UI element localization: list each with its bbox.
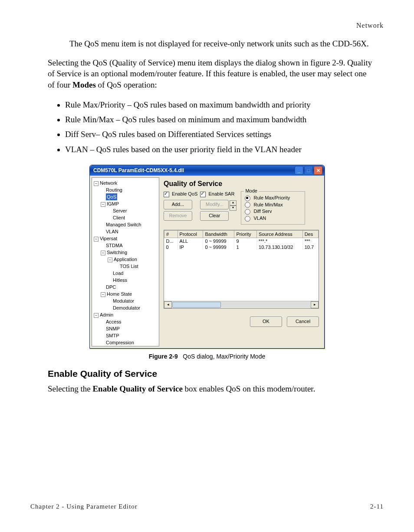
col-num[interactable]: # bbox=[164, 230, 178, 238]
cell: 1 bbox=[234, 244, 257, 250]
add-button[interactable]: Add... bbox=[164, 200, 192, 209]
enable-text-c: box enables QoS on this modem/router. bbox=[183, 384, 315, 393]
tree-item[interactable]: −Network bbox=[93, 180, 158, 186]
tree-item-label: Switching bbox=[107, 250, 127, 255]
tree-item[interactable]: −Home State bbox=[93, 290, 158, 297]
rules-table[interactable]: # Protocol Bandwidth Priority Source Add… bbox=[164, 230, 319, 250]
tree-item[interactable]: Client bbox=[93, 214, 158, 221]
enable-sar-checkbox[interactable] bbox=[200, 192, 206, 197]
figure-caption-text: QoS dialog, Max/Priority Mode bbox=[183, 353, 265, 360]
expand-icon[interactable]: − bbox=[94, 237, 99, 242]
dialog-titlebar[interactable]: CDM570L ParamEdit-CDM5XX-5.4.dll _ □ ✕ bbox=[90, 165, 324, 176]
expand-icon[interactable]: − bbox=[94, 313, 99, 318]
bullet-item: Rule Max/Priority – QoS rules based on m… bbox=[65, 98, 384, 111]
tree-item-label: Network bbox=[100, 180, 117, 186]
mode-label: Rule Max/Priority bbox=[253, 195, 290, 200]
ok-button[interactable]: OK bbox=[250, 317, 282, 327]
cell: 0 ~ 99999 bbox=[203, 244, 234, 250]
priority-spinner[interactable]: ▴ ▾ bbox=[230, 200, 237, 211]
rules-table-wrap: # Protocol Bandwidth Priority Source Add… bbox=[164, 230, 319, 309]
enable-qos-checkbox[interactable] bbox=[164, 192, 169, 197]
tree-item[interactable]: −Application bbox=[93, 256, 158, 263]
intro-modes-bold: Modes bbox=[72, 80, 96, 89]
tree-item[interactable]: Server bbox=[93, 207, 158, 214]
tree-item[interactable]: Hitless bbox=[93, 277, 158, 284]
tree-item[interactable]: QoS bbox=[93, 193, 158, 200]
tree-item[interactable]: TOS List bbox=[93, 263, 158, 270]
tree-item-label: TOS List bbox=[120, 264, 138, 269]
tree-item[interactable]: −Vipersat bbox=[93, 235, 158, 242]
tree-item-label: SNMP bbox=[106, 326, 120, 331]
maximize-button[interactable]: □ bbox=[304, 166, 313, 175]
mode-radio-diffserv[interactable] bbox=[245, 209, 250, 215]
mode-radio-minmax[interactable] bbox=[245, 202, 250, 208]
tree-item[interactable]: Compression bbox=[93, 339, 158, 346]
tree-item-label: Load bbox=[113, 271, 123, 276]
note-paragraph: The QoS menu item is not displayed for r… bbox=[69, 38, 375, 49]
footer-left: Chapter 2 - Using Parameter Editor bbox=[30, 503, 138, 510]
minimize-button[interactable]: _ bbox=[295, 166, 303, 175]
tree-item[interactable]: SNMP bbox=[93, 325, 158, 332]
table-row[interactable]: D... ALL 0 ~ 99999 9 ***.* *** bbox=[164, 238, 319, 244]
close-button[interactable]: ✕ bbox=[314, 166, 322, 175]
tree-item-label: VLAN bbox=[106, 229, 118, 234]
tree-item[interactable]: −IGMP bbox=[93, 200, 158, 207]
intro-paragraph: Selecting the QoS (Quality of Service) m… bbox=[48, 57, 375, 91]
expand-icon[interactable]: − bbox=[101, 251, 105, 255]
cancel-button[interactable]: Cancel bbox=[287, 317, 319, 327]
mode-radio-vlan[interactable] bbox=[245, 216, 250, 222]
expand-icon[interactable]: − bbox=[108, 258, 112, 262]
tree-item[interactable]: Triple DES bbox=[93, 346, 158, 346]
tree-item-label: STDMA bbox=[106, 243, 123, 248]
remove-button: Remove bbox=[164, 211, 192, 221]
tree-item[interactable]: STDMA bbox=[93, 242, 158, 249]
spin-down-icon[interactable]: ▾ bbox=[230, 206, 237, 211]
tree-item[interactable]: Demodulator bbox=[93, 304, 158, 311]
mode-label: VLAN bbox=[253, 215, 266, 221]
modify-button: Modify... bbox=[200, 200, 229, 209]
page-header-section: Network bbox=[30, 22, 384, 29]
tree-item-label: Compression bbox=[106, 340, 134, 345]
bullet-item: VLAN – QoS rules based on the user prior… bbox=[65, 143, 384, 156]
cell: 9 bbox=[234, 238, 257, 244]
tree-item[interactable]: Access bbox=[93, 318, 158, 325]
tree-item-label: Application bbox=[114, 257, 137, 262]
cell: *** bbox=[302, 238, 318, 244]
mode-radio-maxpriority[interactable] bbox=[245, 196, 250, 201]
tree-item[interactable]: Managed Switch bbox=[93, 221, 158, 228]
col-priority[interactable]: Priority bbox=[234, 230, 257, 238]
intro-text-c: of QoS operation: bbox=[96, 80, 157, 89]
scroll-left-icon[interactable]: ◂ bbox=[164, 301, 172, 308]
scroll-right-icon[interactable]: ▸ bbox=[311, 301, 319, 308]
col-protocol[interactable]: Protocol bbox=[177, 230, 203, 238]
tree-item-label: QoS bbox=[106, 193, 117, 200]
tree-item[interactable]: SMTP bbox=[93, 332, 158, 339]
expand-icon[interactable]: − bbox=[94, 181, 99, 186]
tree-item[interactable]: Modulator bbox=[93, 297, 158, 304]
nav-tree[interactable]: −NetworkRoutingQoS−IGMPServerClientManag… bbox=[92, 177, 159, 346]
tree-item[interactable]: −Switching bbox=[93, 249, 158, 256]
tree-item-label: Server bbox=[113, 208, 127, 213]
cell: 0 bbox=[164, 244, 178, 250]
table-row[interactable]: 0 IP 0 ~ 99999 1 10.73.130.10/32 10.7 bbox=[164, 244, 319, 250]
bullet-item: Rule Min/Max – QoS rules based on minimu… bbox=[65, 113, 384, 126]
col-source[interactable]: Source Address bbox=[257, 230, 303, 238]
col-des[interactable]: Des bbox=[302, 230, 318, 238]
tree-item-label: Modulator bbox=[113, 298, 134, 304]
spin-up-icon[interactable]: ▴ bbox=[230, 200, 237, 206]
horizontal-scrollbar[interactable]: ◂ ▸ bbox=[164, 301, 319, 308]
dialog-title: CDM570L ParamEdit-CDM5XX-5.4.dll bbox=[93, 167, 184, 173]
expand-icon[interactable]: − bbox=[101, 202, 105, 207]
expand-icon[interactable]: − bbox=[101, 292, 105, 297]
tree-item[interactable]: Load bbox=[93, 270, 158, 277]
tree-item[interactable]: DPC bbox=[93, 284, 158, 290]
mode-legend: Mode bbox=[244, 188, 259, 193]
scroll-thumb[interactable] bbox=[172, 302, 221, 308]
clear-button[interactable]: Clear bbox=[200, 211, 229, 221]
tree-item[interactable]: VLAN bbox=[93, 228, 158, 235]
figure-label: Figure 2-9 bbox=[149, 353, 178, 360]
col-bandwidth[interactable]: Bandwidth bbox=[203, 230, 234, 238]
tree-item[interactable]: Routing bbox=[93, 186, 158, 193]
tree-item[interactable]: −Admin bbox=[93, 311, 158, 318]
tree-item-label: Managed Switch bbox=[106, 222, 141, 227]
